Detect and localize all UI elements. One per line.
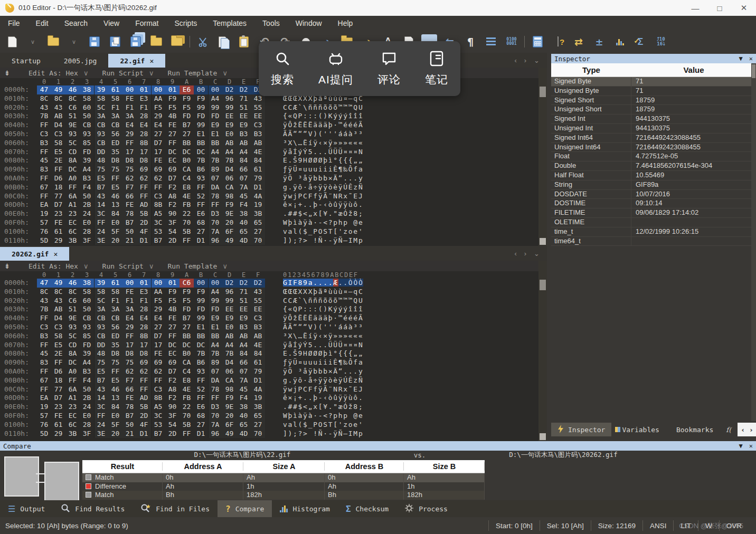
hex-row[interactable]: 00C0h:FF776A50434666FFC3A84E527898454Aÿw… [0, 192, 547, 201]
hex-byte[interactable]: F5 [179, 297, 194, 306]
hex-byte[interactable]: BB [194, 139, 208, 148]
hex-byte[interactable]: 58 [94, 288, 108, 297]
open-folder-icon[interactable] [148, 34, 164, 50]
hex-byte[interactable]: 76 [37, 421, 51, 430]
hex-byte[interactable]: 40 [237, 412, 251, 421]
hex-byte[interactable]: 99 [194, 314, 208, 323]
paste-icon[interactable] [236, 34, 252, 50]
hex-byte[interactable]: CB [108, 314, 122, 323]
close-tab-icon[interactable]: ✕ [149, 57, 154, 65]
hex-byte[interactable]: 89 [208, 165, 222, 174]
inspector-scrollbar[interactable] [751, 63, 756, 421]
hex-byte[interactable]: B7 [94, 183, 108, 192]
maximize-button[interactable]: □ [707, 0, 732, 16]
hex-byte[interactable]: 93 [80, 323, 94, 332]
hex-byte[interactable]: 54 [165, 227, 179, 236]
hex-byte[interactable]: 29 [151, 112, 165, 121]
hex-byte[interactable]: F7 [122, 183, 137, 192]
hex-byte[interactable]: FD [179, 112, 194, 121]
dock-tab-compare[interactable]: ?Compare [218, 500, 272, 517]
char-column[interactable]: .##$<„x[¥."æÓž8; [283, 209, 363, 218]
hex-byte[interactable]: 96 [208, 430, 222, 438]
hex-byte[interactable]: 85 [80, 139, 94, 148]
hex-byte[interactable]: 8C [37, 94, 51, 103]
hex-byte[interactable]: 2D [137, 218, 151, 227]
char-column[interactable]: ÃÃ“““V)('''ááà³³ [283, 130, 363, 139]
hex-byte[interactable]: EC [65, 412, 80, 421]
inspector-row[interactable]: Signed Int944130375 [551, 115, 756, 124]
hex-byte[interactable]: 6C [65, 227, 80, 236]
hex-byte[interactable]: 27 [251, 227, 265, 236]
hex-byte[interactable]: FF [179, 236, 194, 245]
char-column[interactable]: ê×¡+..þ-‹òûÿÿùô. [283, 201, 363, 209]
inspector-row[interactable]: Float4.727512e-05 [551, 152, 756, 161]
hex-byte[interactable]: 58 [80, 94, 94, 103]
hex-byte[interactable]: 7B [194, 349, 208, 358]
hex-byte[interactable]: 69 [165, 165, 179, 174]
hex-byte[interactable]: 07 [237, 174, 251, 183]
hex-byte[interactable]: B7 [151, 236, 165, 245]
hex-byte[interactable]: FF [208, 394, 222, 403]
hex-row[interactable]: 0100h:76616C28245F504F53545B277A6F6527va… [0, 227, 547, 236]
char-column[interactable]: ÿwjPCFfÿÃ¨NRx˜EJ [283, 385, 363, 394]
hex-row[interactable]: 0030h:7BAB51503A3A3A28294BFDFDFDEEEEEE{«… [0, 112, 547, 121]
collapse-panel-icon[interactable]: ⇟ [4, 262, 15, 270]
dock-close-icon[interactable]: ✕ [749, 442, 753, 450]
prev-file-icon[interactable]: ‹ [514, 56, 516, 64]
hex-byte[interactable]: 60 [80, 103, 94, 112]
hex-byte[interactable]: 3A [108, 112, 122, 121]
hex-byte[interactable]: FF [65, 183, 80, 192]
hex-byte[interactable]: 76 [37, 227, 51, 236]
hex-byte[interactable]: 62 [151, 174, 165, 183]
hex-byte[interactable]: 19 [37, 209, 51, 218]
hex-byte[interactable]: 14 [94, 201, 108, 209]
hex-row[interactable]: 0040h:FFD49ECBCBCBE4E4E4FEB799E9E9E9C3ÿÔ… [0, 121, 547, 130]
hex-byte[interactable]: DD [94, 148, 108, 157]
hex-byte[interactable]: 54 [165, 421, 179, 430]
hex-byte[interactable]: 7B [208, 156, 222, 165]
hex-byte[interactable]: 23 [51, 403, 65, 412]
hex-byte[interactable]: FF [94, 218, 108, 227]
hex-byte[interactable]: 29 [122, 130, 137, 139]
hex-byte[interactable]: B3 [37, 332, 51, 341]
hex-byte[interactable]: 21 [122, 430, 137, 438]
compare-col-addressa[interactable]: Address A [163, 462, 243, 471]
import-files-icon[interactable] [169, 34, 185, 50]
menu-edit[interactable]: Edit [28, 19, 56, 27]
hex-byte[interactable]: 4B [165, 112, 179, 121]
char-column[interactable]: ŒŒŒXXXþãªùùù¤–qC [283, 288, 363, 297]
hex-byte[interactable]: E5 [51, 341, 65, 350]
hex-byte[interactable]: 3B [65, 236, 80, 245]
menu-tools[interactable]: Tools [254, 19, 288, 27]
inspector-row[interactable]: Double7.46418562076154e-304 [551, 161, 756, 171]
hex-byte[interactable]: 3F [80, 236, 94, 245]
hex-byte[interactable]: C3 [251, 314, 265, 323]
hex-byte[interactable]: 46 [108, 385, 122, 394]
hex-byte[interactable]: E3 [137, 94, 151, 103]
next-file-icon[interactable]: › [524, 250, 526, 258]
hex-byte[interactable]: ED [108, 139, 122, 148]
hex-byte[interactable]: DD [94, 341, 108, 350]
hex-byte[interactable]: B7 [179, 121, 194, 130]
hex-row[interactable]: 00D0h:EAD7A12B1413FEAD8BF2FBFFFFF9F419ê×… [0, 394, 547, 403]
convert-arrows-icon[interactable]: ⇄ [571, 34, 587, 50]
dock-tab-variables[interactable]: Variables [611, 423, 665, 436]
hex-byte[interactable]: C6 [65, 103, 80, 112]
hex-byte[interactable]: A4 [222, 148, 237, 157]
hex-byte[interactable]: 52 [194, 192, 208, 201]
inspector-row[interactable]: Signed Int6472164492423088455 [551, 134, 756, 143]
inspector-row[interactable]: DOSTIME09:10:14 [551, 199, 756, 208]
overlay-action-robot[interactable]: AI提问 [318, 50, 353, 87]
hex-byte[interactable]: E0 [222, 130, 237, 139]
hex-byte[interactable]: 3A [108, 305, 122, 314]
hex-byte[interactable]: 50 [80, 385, 94, 394]
hex-byte[interactable]: E5 [108, 376, 122, 385]
hex-byte[interactable]: D4 [51, 314, 65, 323]
hex-byte[interactable]: C3 [51, 130, 65, 139]
overlay-action-note[interactable]: 笔记 [425, 50, 448, 87]
hex-byte[interactable]: 3A [122, 112, 137, 121]
hex-byte[interactable]: EE [222, 305, 237, 314]
hex-byte[interactable]: 27 [151, 323, 165, 332]
hex-byte[interactable]: 29 [151, 305, 165, 314]
hex-byte[interactable]: 61 [251, 358, 265, 367]
